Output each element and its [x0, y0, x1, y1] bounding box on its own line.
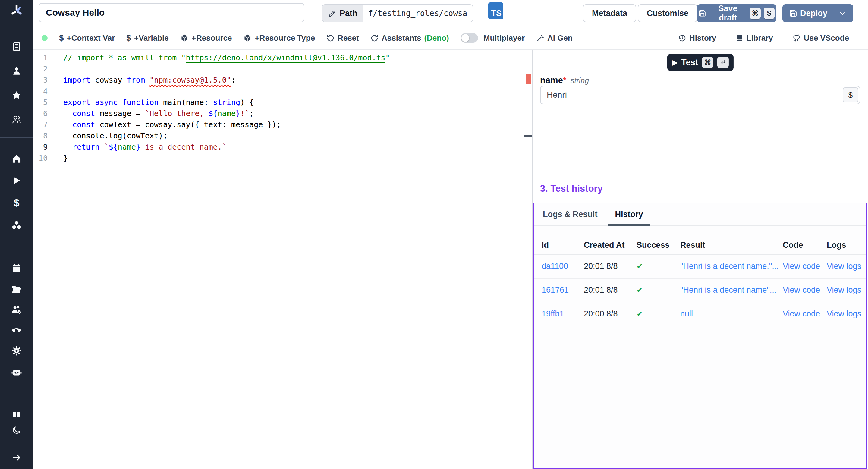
expand-arrow-right-icon[interactable]	[8, 449, 25, 466]
required-asterisk: *	[563, 75, 566, 85]
package-icon	[243, 34, 252, 42]
dollar-icon: $	[126, 33, 131, 43]
customise-button[interactable]: Customise	[638, 4, 698, 22]
deploy-dropdown-button[interactable]	[833, 4, 852, 22]
path-input[interactable]	[364, 5, 472, 22]
folders-icon[interactable]	[8, 281, 25, 298]
code-line: export async function main(name: string)…	[63, 97, 522, 108]
chevron-down-icon	[838, 9, 846, 17]
add-context-var-button[interactable]: $ +Context Var	[59, 33, 115, 43]
view-logs-link[interactable]: View logs	[827, 262, 867, 271]
history-button[interactable]: History	[678, 33, 716, 43]
settings-gear-icon[interactable]	[8, 342, 25, 359]
ai-gen-button[interactable]: AI Gen	[536, 33, 572, 43]
name-field-wrap: $	[540, 86, 860, 104]
view-code-link[interactable]: View code	[783, 262, 827, 271]
wand-icon	[536, 34, 544, 42]
runs-play-icon[interactable]	[8, 172, 25, 189]
insert-variable-button[interactable]: $	[843, 87, 858, 102]
path-control[interactable]: Path	[322, 4, 473, 22]
test-button[interactable]: ▶ Test ⌘	[667, 54, 734, 71]
sidebar-divider	[0, 443, 33, 443]
tab-history[interactable]: History	[615, 204, 643, 225]
run-id-link[interactable]: 161761	[541, 285, 584, 295]
audit-eye-icon[interactable]	[8, 322, 25, 339]
view-logs-link[interactable]: View logs	[827, 285, 867, 295]
success-check-icon: ✔	[637, 262, 680, 271]
name-field[interactable]	[540, 86, 860, 104]
code-lines: // import * as wmill from "https://deno.…	[63, 52, 522, 164]
run-id-link[interactable]: da1100	[541, 262, 584, 271]
docs-book-open-icon[interactable]	[8, 406, 25, 423]
line-number: 7	[33, 119, 48, 130]
result-link[interactable]: "Henri is a decent name."...	[680, 262, 783, 271]
add-variable-button[interactable]: $ +Variable	[126, 33, 169, 43]
code-line: // import * as wmill from "https://deno.…	[63, 52, 522, 63]
code-line: console.log(cowText);	[63, 130, 522, 142]
schedules-calendar-icon[interactable]	[8, 259, 25, 276]
multiplayer-toggle[interactable]	[461, 33, 478, 43]
line-number: 9	[33, 142, 48, 153]
groups-user-cog-icon[interactable]	[8, 301, 25, 318]
workspace-building-icon[interactable]	[8, 38, 25, 55]
add-resource-button[interactable]: +Resource	[180, 33, 232, 43]
sidebar-divider	[0, 137, 33, 138]
column-header: Code	[783, 241, 827, 250]
script-title-input[interactable]	[38, 3, 304, 22]
view-code-link[interactable]: View code	[783, 285, 827, 295]
save-icon	[789, 9, 797, 17]
field-name: name	[540, 75, 563, 85]
topbar: Path TS Metadata Customise Save draft ⌘ …	[33, 0, 868, 27]
tab-logs-result[interactable]: Logs & Result	[543, 204, 598, 225]
home-icon[interactable]	[8, 150, 25, 167]
book-icon	[736, 34, 744, 42]
s-key: S	[764, 7, 775, 19]
success-check-icon: ✔	[637, 310, 680, 318]
run-id-link[interactable]: 19ffb1	[541, 309, 584, 319]
package-icon	[180, 34, 189, 42]
add-resource-type-button[interactable]: +Resource Type	[243, 33, 315, 43]
rotate-ccw-icon	[327, 34, 335, 42]
library-button[interactable]: Library	[736, 33, 773, 43]
line-number: 2	[33, 63, 48, 74]
user-group-icon[interactable]	[8, 111, 25, 128]
deploy-split-button: Deploy	[782, 4, 853, 22]
user-icon[interactable]	[8, 62, 25, 79]
field-type: string	[570, 76, 589, 85]
enter-icon	[720, 59, 726, 66]
windmill-logo-icon[interactable]	[8, 2, 25, 19]
code-line: const message = `Hello there, ${name}!`;	[63, 108, 522, 119]
code-editor[interactable]: 12345678910 // import * as wmill from "h…	[33, 50, 524, 469]
save-icon	[699, 9, 706, 17]
resources-boxes-icon[interactable]	[8, 216, 25, 233]
deploy-button[interactable]: Deploy	[784, 4, 833, 22]
assistants-button[interactable]: Assistants (Deno)	[370, 33, 449, 43]
test-history-panel: Logs & ResultHistory IdCreated AtSuccess…	[533, 202, 867, 469]
history-table-header: IdCreated AtSuccessResultCodeLogs	[534, 236, 867, 255]
test-history-title: 3. Test history	[540, 183, 603, 194]
line-number-gutter: 12345678910	[33, 52, 48, 164]
metadata-button[interactable]: Metadata	[583, 4, 636, 22]
variables-dollar-icon[interactable]: $	[8, 194, 25, 211]
view-code-link[interactable]: View code	[783, 309, 827, 319]
overview-ruler[interactable]	[524, 50, 532, 469]
error-marker	[526, 73, 531, 84]
table-row: 19ffb120:00 8/8✔null...View codeView log…	[534, 302, 867, 325]
star-icon[interactable]	[8, 87, 25, 104]
created-at: 20:01 8/8	[584, 285, 637, 295]
vscode-button[interactable]: Use VScode	[792, 33, 849, 43]
code-line	[63, 63, 522, 74]
dark-mode-moon-icon[interactable]	[8, 422, 25, 439]
refresh-icon	[370, 34, 378, 42]
workers-robot-icon[interactable]	[8, 364, 25, 380]
result-link[interactable]: null...	[680, 309, 783, 319]
save-draft-button[interactable]: Save draft ⌘ S	[697, 4, 776, 22]
path-label[interactable]: Path	[322, 5, 364, 22]
enter-key	[717, 57, 729, 68]
result-link[interactable]: "Henri is a decent name"...	[680, 285, 783, 295]
status-dot	[41, 35, 48, 41]
reset-button[interactable]: Reset	[327, 33, 359, 43]
multiplayer-control: Multiplayer	[461, 33, 525, 43]
view-logs-link[interactable]: View logs	[827, 309, 867, 319]
created-at: 20:00 8/8	[584, 309, 637, 319]
